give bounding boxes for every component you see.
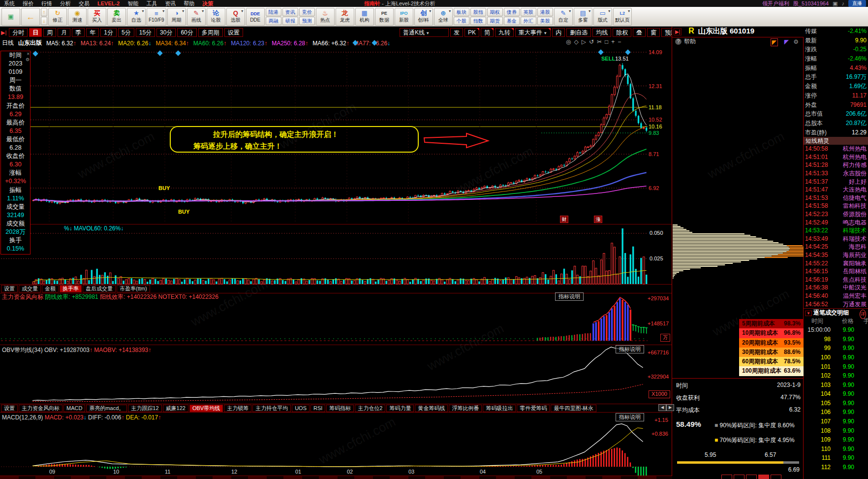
toolbar-button-外汇[interactable]: 外汇 xyxy=(521,17,536,25)
ktool-简[interactable]: 简 xyxy=(481,28,494,37)
ktool-叠[interactable]: 叠 xyxy=(633,28,646,37)
bell-icon[interactable]: ♪ xyxy=(842,0,845,7)
screenshot-icon[interactable]: ▣ xyxy=(833,0,837,7)
toolbar-button-买入[interactable]: 买买入 xyxy=(88,8,106,26)
toolbar-button-热点[interactable]: ♨热点 xyxy=(316,8,335,26)
toolbar-button-期权[interactable]: 期权 xyxy=(487,8,503,16)
chip-tab-0[interactable] xyxy=(721,475,732,479)
obv-help-button[interactable]: 指标说明 xyxy=(616,345,644,353)
chip-nav-icon[interactable]: ▶| xyxy=(674,28,682,35)
indicator-tab-最牛四里图-林永[interactable]: 最牛四里图-林永 xyxy=(551,405,596,412)
period-tab-30分[interactable]: 30分 xyxy=(156,28,176,37)
ktool-发[interactable]: 发 xyxy=(450,28,463,37)
toolbar-button-多窗[interactable]: ▤多窗▼ xyxy=(574,8,592,26)
event-flag-zhang[interactable]: 涨 xyxy=(594,216,602,223)
toolbar-button-期货[interactable]: 期货 xyxy=(487,17,503,25)
event-diamond-icon-1[interactable] xyxy=(157,50,162,56)
menu-1[interactable]: 报价 xyxy=(19,0,37,7)
toolbar-button-全球[interactable]: ⊕全球▼ xyxy=(434,8,453,26)
chip-tab-3[interactable] xyxy=(758,475,769,479)
toolbar-button-资讯[interactable]: 资讯 xyxy=(282,8,298,16)
sprite-item-7[interactable]: 14:51:58雷柏科技 xyxy=(804,202,868,210)
indicator-tab-筹码指标[interactable]: 筹码指标 xyxy=(326,405,354,412)
vol-tab-设置[interactable]: 设置 xyxy=(1,285,18,292)
chart-tool-icon-2[interactable]: ▷ xyxy=(582,38,586,45)
cursor-data-panel[interactable]: 时间20230109周一数值13.89开盘价6.29最高价6.35最低价6.28… xyxy=(0,51,31,255)
chart-tool-icon-6[interactable]: + xyxy=(611,38,615,45)
indicator-tab-威廉122[interactable]: 威廉122 xyxy=(163,405,188,412)
toolbar-button-画线[interactable]: ✎画线▼ xyxy=(187,8,206,26)
menu-5[interactable]: LEVEL-2 xyxy=(93,0,124,7)
sprite-item-18[interactable]: 14:56:40温州宏丰 xyxy=(804,292,868,300)
sprite-item-9[interactable]: 14:52:49鸣志电器 xyxy=(804,219,868,227)
toolbar-button-竞价[interactable]: 竞价 xyxy=(299,8,315,16)
ktool-九转[interactable]: 九转 xyxy=(495,28,514,37)
fund-help-button[interactable]: 指标说明 xyxy=(555,292,584,301)
chart-tool-icon-7[interactable]: − xyxy=(618,38,621,45)
indicator-tab-主力跟踪12[interactable]: 主力跟踪12 xyxy=(128,405,161,412)
indicator-tab-筹码吸拉出[interactable]: 筹码吸拉出 xyxy=(483,405,516,412)
menu-2[interactable]: 行情 xyxy=(37,0,56,7)
indicator-tab-主力仓位2[interactable]: 主力仓位2 xyxy=(355,405,385,412)
sprite-item-15[interactable]: 14:56:15岳阳林纸 xyxy=(804,267,868,276)
toolbar-button-新股[interactable]: IPO新股 xyxy=(395,8,413,26)
indicator-tab-设置[interactable]: 设置 xyxy=(1,405,18,412)
event-diamond-icon-5[interactable] xyxy=(598,49,603,55)
period-tab-多周期[interactable]: 多周期 xyxy=(198,28,223,37)
period-tab-月[interactable]: 月 xyxy=(58,28,70,37)
sprite-item-2[interactable]: 14:51:28柯力传感 xyxy=(804,161,868,169)
indicator-tab-票亮的macd。[interactable]: 票亮的macd。 xyxy=(86,405,127,412)
toolbar-button-周期[interactable]: ◑周期▼ xyxy=(167,8,186,26)
period-tab-设置[interactable]: 设置 xyxy=(224,28,243,37)
flag-orange-icon[interactable]: ◤ xyxy=(771,38,778,46)
toolbar-button-icon0[interactable]: ▣ xyxy=(1,8,20,26)
period-tab-季[interactable]: 季 xyxy=(72,28,85,37)
period-tab-15分[interactable]: 15分 xyxy=(136,28,155,37)
toolbar-button-自选[interactable]: ★自选▼ xyxy=(127,8,146,26)
indicator-tab-主力锁筹[interactable]: 主力锁筹 xyxy=(224,405,251,412)
menu-8[interactable]: 资讯 xyxy=(161,0,180,7)
toolbar-button-默认页[interactable]: L2默认页▼ xyxy=(613,8,632,26)
help-label[interactable]: 帮助 xyxy=(684,38,696,45)
indicator-tab-RSI[interactable]: RSI xyxy=(310,405,325,412)
sprite-item-17[interactable]: 14:56:38中船汉光 xyxy=(804,284,868,292)
toolbar-button-选股[interactable]: Q选股▼ xyxy=(226,8,245,26)
vol-tab-换手率[interactable]: 换手率 xyxy=(60,285,82,292)
toolbar-button-板块[interactable]: 板块 xyxy=(454,8,469,16)
sprite-item-14[interactable]: 14:55:22襄阳轴承 xyxy=(804,259,868,268)
sprite-item-8[interactable]: 14:52:23侨源股份 xyxy=(804,210,868,219)
down-arrow-button[interactable]: ↓ xyxy=(41,17,47,25)
toolbar-button-测速[interactable]: ◉测速 xyxy=(68,8,87,26)
chart-tool-icon-0[interactable]: ◎ xyxy=(566,38,571,45)
vol-tab-成交量[interactable]: 成交量 xyxy=(19,285,41,292)
indicator-tab-OBV带均线[interactable]: OBV带均线 xyxy=(189,405,223,412)
toolbar-button-自定[interactable]: ✎自定▼ xyxy=(554,8,573,26)
menu-7[interactable]: 工具 xyxy=(142,0,161,7)
menu-3[interactable]: 分析 xyxy=(56,0,75,7)
indicator-tab-主力持仓平均[interactable]: 主力持仓平均 xyxy=(252,405,291,412)
toolbar-button-债券[interactable]: 债券 xyxy=(504,8,520,16)
chart-tool-icon-4[interactable]: ✂ xyxy=(597,38,602,45)
settings-gear-icon[interactable]: ⚙ xyxy=(793,38,799,45)
menu-6[interactable]: 智能 xyxy=(124,0,142,7)
close-icon[interactable]: × xyxy=(27,51,30,57)
sprite-item-11[interactable]: 14:53:49科瑞技术 xyxy=(804,235,868,243)
sprite-item-16[interactable]: 14:56:19焦点科技 xyxy=(804,276,868,284)
chart-tool-icon-1[interactable]: ◇ xyxy=(574,38,578,45)
chart-nav-icon[interactable]: ▶| xyxy=(1,30,6,36)
sprite-item-0[interactable]: 14:50:58杭州热电 xyxy=(804,145,868,153)
ktool-重大事件[interactable]: 重大事件 ▼ xyxy=(515,28,551,37)
menu-0[interactable]: 系统 xyxy=(0,0,19,7)
toolbar-button-卖出[interactable]: 卖卖出 xyxy=(107,8,126,26)
tabs-prev-button[interactable]: ◀ xyxy=(658,404,666,411)
toolbar-button-修正[interactable]: ↻修正 xyxy=(48,8,67,26)
indicator-tab-黄金筹码线[interactable]: 黄金筹码线 xyxy=(415,405,448,412)
sprite-item-4[interactable]: 14:51:37好上好 xyxy=(804,178,868,186)
toolbar-button-陆港[interactable]: 陆港 xyxy=(266,8,281,16)
event-flag-cai[interactable]: 财 xyxy=(560,216,568,223)
live-button[interactable]: 直播 xyxy=(848,0,866,7)
event-diamond-icon-6[interactable] xyxy=(625,49,630,55)
sprite-item-19[interactable]: 14:56:52万通发展 xyxy=(804,300,868,309)
period-tab-年[interactable]: 年 xyxy=(86,28,99,37)
ktool-内[interactable]: 内 xyxy=(552,28,565,37)
